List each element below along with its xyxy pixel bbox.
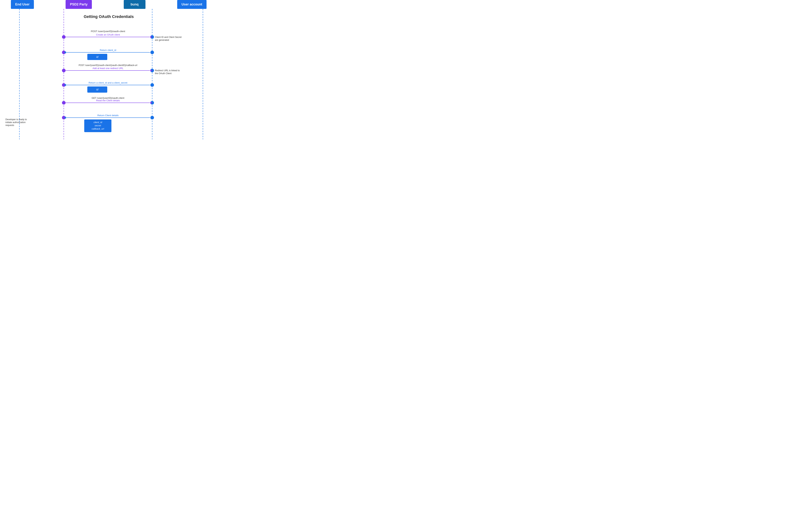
svg-rect-45 (84, 119, 112, 132)
svg-text:POST /user/{userID}/oauth-clie: POST /user/{userID}/oauth-client/{oauth-… (79, 64, 137, 66)
svg-text:requests: requests (5, 124, 14, 127)
svg-point-35 (62, 101, 66, 104)
svg-point-28 (150, 83, 154, 87)
svg-text:the OAuth Client: the OAuth Client (155, 72, 172, 75)
diagram-container: End User PSD2 Party bunq User account Ge… (0, 0, 217, 140)
actor-bunq-label: bunq (131, 2, 139, 6)
svg-text:POST /user/{userID}/oauth-clie: POST /user/{userID}/oauth-client (91, 30, 125, 33)
svg-text:Redirect URL is linked to: Redirect URL is linked to (155, 69, 180, 72)
svg-text:Return client_id: Return client_id (100, 49, 116, 51)
actor-end-user-label: End User (15, 2, 30, 6)
svg-text:client_id: client_id (94, 121, 102, 124)
svg-marker-15 (64, 51, 66, 53)
actor-bunq: bunq (124, 0, 146, 9)
svg-text:Client ID and Client Secret: Client ID and Client Secret (155, 36, 182, 38)
svg-text:callback_url: callback_url (92, 127, 104, 130)
svg-text:id: id (96, 55, 99, 59)
svg-point-40 (62, 116, 66, 119)
svg-point-13 (150, 51, 154, 54)
svg-point-5 (150, 35, 154, 39)
svg-point-21 (150, 69, 154, 72)
svg-point-41 (150, 116, 154, 119)
svg-marker-43 (64, 117, 66, 119)
svg-point-36 (150, 101, 154, 104)
diagram-svg: Create an OAuth client POST /user/{userI… (4, 9, 214, 140)
actor-user-account-label: User account (182, 2, 202, 6)
svg-text:Return Client details: Return Client details (97, 114, 119, 117)
svg-rect-17 (87, 54, 107, 60)
svg-text:initiate authorization: initiate authorization (5, 121, 26, 124)
svg-text:Return a client_id and a clien: Return a client_id and a client_secret (89, 81, 128, 84)
actors-row: End User PSD2 Party bunq User account (4, 0, 214, 9)
actor-end-user: End User (11, 0, 34, 9)
svg-text:id: id (96, 88, 99, 91)
svg-rect-32 (87, 86, 107, 93)
svg-text:are generated: are generated (155, 39, 169, 41)
svg-text:Read the Client details: Read the Client details (96, 99, 120, 102)
actor-psd2-party: PSD2 Party (66, 0, 92, 9)
actor-user-account: User account (177, 0, 206, 9)
svg-point-4 (62, 35, 66, 39)
svg-point-12 (62, 51, 66, 54)
svg-text:Developer is ready to: Developer is ready to (5, 118, 27, 121)
svg-text:Create an OAuth client: Create an OAuth client (96, 33, 120, 36)
svg-text:secret: secret (95, 124, 101, 127)
svg-marker-7 (150, 36, 153, 38)
svg-point-27 (62, 83, 66, 87)
svg-point-20 (62, 69, 66, 72)
sequence-area: Getting OAuth Credentials Create an OAut… (4, 9, 214, 140)
actor-psd2-label: PSD2 Party (70, 2, 87, 6)
svg-marker-23 (150, 69, 153, 71)
svg-text:Add at least one redirect URL: Add at least one redirect URL (92, 67, 123, 70)
svg-marker-38 (150, 102, 153, 104)
diagram-title: Getting OAuth Credentials (4, 9, 214, 23)
svg-marker-30 (64, 84, 66, 86)
svg-text:GET /user/{userID}/oauth-clien: GET /user/{userID}/oauth-client (92, 97, 124, 99)
